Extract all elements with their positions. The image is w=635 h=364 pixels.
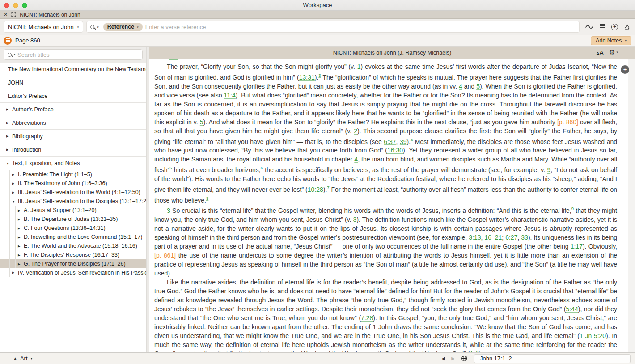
toc-item[interactable]: ▶II. The Testimony of John (1:6–3:36) bbox=[0, 179, 146, 188]
toc-item[interactable]: ▶C. Four Questions (13:36–14:31) bbox=[0, 224, 146, 233]
verse-link[interactable]: 2 bbox=[354, 127, 357, 135]
toc-list: The New International Commentary on the … bbox=[0, 63, 146, 352]
add-notes-button[interactable]: Add Notes ▾ bbox=[591, 36, 631, 45]
settings-gear-icon[interactable]: ⚙▾ bbox=[609, 49, 618, 56]
verse-link[interactable]: 39 bbox=[400, 138, 407, 145]
toc-item[interactable]: JOHN bbox=[0, 76, 146, 89]
page-indicator[interactable]: Page 860 bbox=[4, 37, 40, 45]
globe-icon[interactable] bbox=[461, 355, 468, 362]
expand-arrow-icon[interactable]: ▶ bbox=[6, 121, 12, 124]
toc-item[interactable]: Editor’s Preface bbox=[0, 89, 146, 103]
verse-link[interactable]: 5 bbox=[200, 119, 203, 126]
collapse-arrow-icon[interactable]: ▼ bbox=[6, 162, 12, 165]
verse-link[interactable]: 5 bbox=[476, 83, 480, 90]
verse-link[interactable]: 10:28 bbox=[308, 186, 323, 193]
toc-item-label: A. Jesus at Supper (13:1–20) bbox=[24, 207, 97, 213]
expand-arrow-icon[interactable]: ▶ bbox=[18, 245, 24, 248]
sidebar-search-field[interactable]: ▾ bbox=[4, 49, 143, 60]
expand-arrow-icon[interactable]: ▶ bbox=[12, 173, 18, 176]
add-circle-icon[interactable]: + bbox=[611, 24, 618, 30]
expand-arrow-icon[interactable]: ▶ bbox=[18, 254, 24, 257]
toc-item[interactable]: ▶I. Preamble: The Light (1:1–5) bbox=[0, 170, 146, 179]
expand-arrow-icon[interactable]: ▶ bbox=[6, 148, 12, 151]
status-bar: ▲ Art ▾ ◀ ▶ John 17:1–2 bbox=[0, 352, 635, 364]
verse-link[interactable]: 7:28 bbox=[361, 314, 373, 322]
collapse-arrow-icon[interactable]: ▼ bbox=[12, 200, 18, 203]
toc-item[interactable]: ▶Author’s Preface bbox=[0, 103, 146, 116]
status-bar-right: ◀ ▶ John 17:1–2 bbox=[442, 354, 631, 363]
resource-selector-dropdown[interactable]: NICNT: Michaels on John ▾ bbox=[4, 21, 83, 33]
toc-item-label: D. Indwelling and the Love Command (15:1… bbox=[24, 234, 142, 240]
toc-item[interactable]: ▶IV. Verification of Jesus’ Self-revelat… bbox=[0, 268, 146, 277]
page-marker[interactable]: [p. 860] bbox=[557, 119, 578, 126]
verse-link[interactable]: 11:4 bbox=[224, 92, 235, 99]
toc-item[interactable]: ▶G. The Prayer for the Disciples (17:1–2… bbox=[0, 259, 146, 268]
toc-item[interactable]: ▼Text, Exposition, and Notes bbox=[0, 157, 146, 170]
verse-link[interactable]: 4 bbox=[354, 156, 358, 163]
search-titles-input[interactable] bbox=[17, 51, 139, 58]
toc-item[interactable]: ▶Abbreviations bbox=[0, 116, 146, 130]
text-run: , bbox=[396, 138, 400, 145]
toc-item[interactable]: ▶Bibliography bbox=[0, 130, 146, 143]
expand-arrow-icon[interactable]: ▶ bbox=[6, 135, 12, 138]
text-run: ). bbox=[406, 138, 411, 145]
verse-link[interactable]: 6:27 bbox=[505, 234, 517, 241]
toc-page-icon[interactable] bbox=[4, 37, 12, 45]
expand-arrow-icon[interactable]: ▶ bbox=[12, 182, 18, 185]
verse-link[interactable]: 33 bbox=[521, 234, 528, 241]
toc-item[interactable]: ▶F. The Disciples’ Response (16:17–33) bbox=[0, 250, 146, 259]
verse-link[interactable]: 16–21 bbox=[484, 234, 502, 241]
reader-header-icons: AA ⚙▾ bbox=[596, 49, 631, 56]
link-set-icon[interactable] bbox=[624, 24, 631, 30]
toc-item[interactable]: ▼III. Jesus’ Self-revelation to the Disc… bbox=[0, 197, 146, 206]
verse-link[interactable]: 5:44 bbox=[566, 305, 578, 313]
add-annotation-button[interactable]: + bbox=[621, 65, 629, 74]
verse-link[interactable]: 3:13 bbox=[469, 234, 481, 241]
triangle-up-icon: ▲ bbox=[13, 357, 17, 360]
footnote-link[interactable]: 8 bbox=[206, 196, 208, 201]
expand-arrow-icon[interactable]: ▶ bbox=[18, 227, 24, 230]
verse-link[interactable]: 16:30 bbox=[387, 147, 403, 154]
tab-title[interactable]: NICNT: Michaels on John bbox=[20, 12, 80, 18]
verse-link[interactable]: 6:37 bbox=[384, 138, 396, 145]
expand-arrow-icon[interactable]: ▶ bbox=[18, 218, 24, 221]
text-size-icon[interactable]: AA bbox=[596, 49, 604, 56]
expand-arrow-icon[interactable]: ▶ bbox=[12, 191, 18, 194]
toc-item[interactable]: ▶B. The Departure of Judas (13:21–35) bbox=[0, 215, 146, 224]
toc-item[interactable]: ▶III. Jesus’ Self-revelation to the Worl… bbox=[0, 188, 146, 197]
toc-item[interactable]: ▶E. The World and the Advocate (15:18–16… bbox=[0, 241, 146, 250]
verse-link[interactable]: 1:17 bbox=[571, 243, 583, 250]
expand-arrow-icon[interactable]: ▶ bbox=[18, 209, 24, 212]
verse-reference-input[interactable] bbox=[145, 24, 576, 30]
wave-icon[interactable] bbox=[585, 24, 594, 30]
expand-tab-icon[interactable] bbox=[11, 12, 16, 17]
expand-arrow-icon[interactable]: ▶ bbox=[6, 108, 12, 111]
verse-number-link[interactable]: 3 bbox=[167, 207, 170, 214]
text-run: the accent is specifically on believers,… bbox=[263, 166, 547, 174]
toc-item[interactable]: ▶A. Jesus at Supper (13:1–20) bbox=[0, 206, 146, 215]
search-icon[interactable] bbox=[90, 25, 94, 29]
pane-splitter[interactable] bbox=[146, 47, 149, 352]
reading-list-icon[interactable] bbox=[600, 24, 605, 30]
close-tab-icon[interactable]: ✕ bbox=[4, 12, 8, 17]
expand-arrow-icon[interactable]: ▶ bbox=[12, 271, 18, 274]
verse-link[interactable]: 4 bbox=[459, 83, 462, 90]
text-run: the use of the name undercuts to some de… bbox=[154, 252, 617, 277]
toc-item[interactable]: The New International Commentary on the … bbox=[0, 63, 146, 76]
expand-arrow-icon[interactable]: ▶ bbox=[18, 236, 24, 239]
reference-type-chip[interactable]: Reference ▾ bbox=[103, 23, 143, 31]
search-options-chevron-icon[interactable]: ▾ bbox=[97, 25, 99, 29]
expand-arrow-icon[interactable]: ▶ bbox=[18, 262, 24, 266]
art-selector[interactable]: ▲ Art ▾ bbox=[13, 355, 33, 362]
toc-item[interactable]: ▶D. Indwelling and the Love Command (15:… bbox=[0, 233, 146, 241]
verse-link[interactable]: 1 Jn 5:20 bbox=[580, 332, 606, 339]
toc-item-label: The New International Commentary on the … bbox=[8, 66, 146, 72]
toc-item-label: II. The Testimony of John (1:6–3:36) bbox=[18, 180, 107, 186]
verse-link[interactable]: 13:31 bbox=[299, 74, 315, 81]
page-marker[interactable]: [p. 861] bbox=[154, 252, 176, 259]
back-arrow-icon[interactable]: ◀ bbox=[442, 356, 445, 361]
reference-navigation-input[interactable]: John 17:1–2 bbox=[474, 354, 631, 363]
verse-search-field[interactable]: ▾ Reference ▾ bbox=[86, 21, 580, 33]
toc-item[interactable]: ▶Introduction bbox=[0, 143, 146, 157]
reader-scrollbar[interactable] bbox=[628, 59, 635, 352]
